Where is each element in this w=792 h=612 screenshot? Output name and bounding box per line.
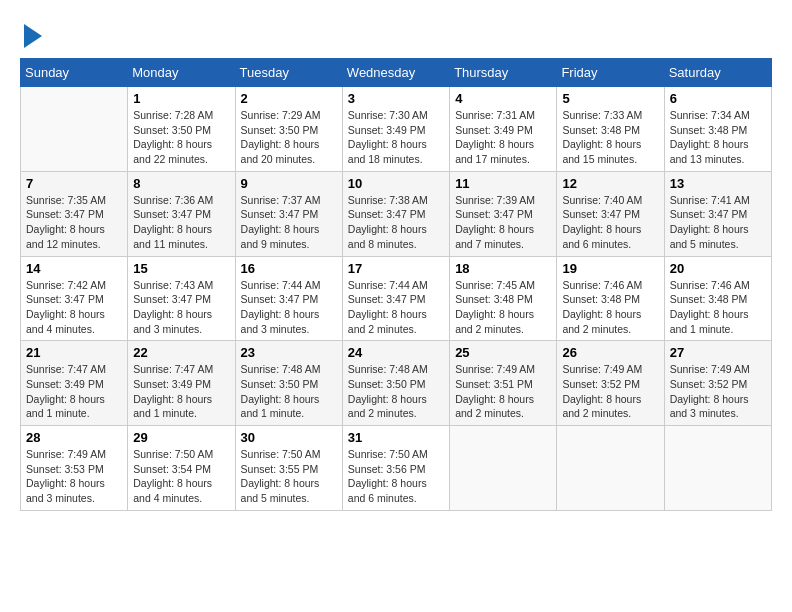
day-number: 19: [562, 261, 658, 276]
calendar-week-row: 1Sunrise: 7:28 AM Sunset: 3:50 PM Daylig…: [21, 87, 772, 172]
calendar-week-row: 7Sunrise: 7:35 AM Sunset: 3:47 PM Daylig…: [21, 171, 772, 256]
calendar-cell: 8Sunrise: 7:36 AM Sunset: 3:47 PM Daylig…: [128, 171, 235, 256]
calendar-week-row: 21Sunrise: 7:47 AM Sunset: 3:49 PM Dayli…: [21, 341, 772, 426]
day-number: 27: [670, 345, 766, 360]
day-number: 6: [670, 91, 766, 106]
day-info: Sunrise: 7:36 AM Sunset: 3:47 PM Dayligh…: [133, 193, 229, 252]
calendar-cell: [664, 426, 771, 511]
calendar-cell: 27Sunrise: 7:49 AM Sunset: 3:52 PM Dayli…: [664, 341, 771, 426]
day-number: 23: [241, 345, 337, 360]
day-info: Sunrise: 7:49 AM Sunset: 3:52 PM Dayligh…: [670, 362, 766, 421]
day-info: Sunrise: 7:44 AM Sunset: 3:47 PM Dayligh…: [348, 278, 444, 337]
day-info: Sunrise: 7:33 AM Sunset: 3:48 PM Dayligh…: [562, 108, 658, 167]
day-info: Sunrise: 7:48 AM Sunset: 3:50 PM Dayligh…: [241, 362, 337, 421]
calendar-cell: 17Sunrise: 7:44 AM Sunset: 3:47 PM Dayli…: [342, 256, 449, 341]
header-saturday: Saturday: [664, 59, 771, 87]
day-number: 10: [348, 176, 444, 191]
day-number: 26: [562, 345, 658, 360]
calendar-cell: [21, 87, 128, 172]
day-info: Sunrise: 7:48 AM Sunset: 3:50 PM Dayligh…: [348, 362, 444, 421]
day-number: 31: [348, 430, 444, 445]
calendar-cell: 5Sunrise: 7:33 AM Sunset: 3:48 PM Daylig…: [557, 87, 664, 172]
header-thursday: Thursday: [450, 59, 557, 87]
logo: [20, 20, 42, 48]
day-number: 1: [133, 91, 229, 106]
calendar-table: SundayMondayTuesdayWednesdayThursdayFrid…: [20, 58, 772, 511]
day-info: Sunrise: 7:49 AM Sunset: 3:51 PM Dayligh…: [455, 362, 551, 421]
day-number: 5: [562, 91, 658, 106]
day-info: Sunrise: 7:49 AM Sunset: 3:53 PM Dayligh…: [26, 447, 122, 506]
day-info: Sunrise: 7:46 AM Sunset: 3:48 PM Dayligh…: [562, 278, 658, 337]
day-number: 18: [455, 261, 551, 276]
header-friday: Friday: [557, 59, 664, 87]
calendar-cell: 1Sunrise: 7:28 AM Sunset: 3:50 PM Daylig…: [128, 87, 235, 172]
calendar-cell: 13Sunrise: 7:41 AM Sunset: 3:47 PM Dayli…: [664, 171, 771, 256]
day-number: 20: [670, 261, 766, 276]
day-number: 11: [455, 176, 551, 191]
day-info: Sunrise: 7:50 AM Sunset: 3:54 PM Dayligh…: [133, 447, 229, 506]
day-number: 2: [241, 91, 337, 106]
day-number: 12: [562, 176, 658, 191]
logo-arrow-icon: [24, 24, 42, 48]
day-info: Sunrise: 7:49 AM Sunset: 3:52 PM Dayligh…: [562, 362, 658, 421]
day-number: 8: [133, 176, 229, 191]
day-number: 13: [670, 176, 766, 191]
day-info: Sunrise: 7:39 AM Sunset: 3:47 PM Dayligh…: [455, 193, 551, 252]
calendar-cell: 11Sunrise: 7:39 AM Sunset: 3:47 PM Dayli…: [450, 171, 557, 256]
day-info: Sunrise: 7:47 AM Sunset: 3:49 PM Dayligh…: [133, 362, 229, 421]
day-number: 17: [348, 261, 444, 276]
calendar-cell: 4Sunrise: 7:31 AM Sunset: 3:49 PM Daylig…: [450, 87, 557, 172]
day-info: Sunrise: 7:34 AM Sunset: 3:48 PM Dayligh…: [670, 108, 766, 167]
calendar-cell: 12Sunrise: 7:40 AM Sunset: 3:47 PM Dayli…: [557, 171, 664, 256]
day-number: 4: [455, 91, 551, 106]
calendar-cell: 22Sunrise: 7:47 AM Sunset: 3:49 PM Dayli…: [128, 341, 235, 426]
day-info: Sunrise: 7:41 AM Sunset: 3:47 PM Dayligh…: [670, 193, 766, 252]
day-number: 21: [26, 345, 122, 360]
calendar-cell: 19Sunrise: 7:46 AM Sunset: 3:48 PM Dayli…: [557, 256, 664, 341]
day-info: Sunrise: 7:50 AM Sunset: 3:56 PM Dayligh…: [348, 447, 444, 506]
day-number: 22: [133, 345, 229, 360]
calendar-cell: 20Sunrise: 7:46 AM Sunset: 3:48 PM Dayli…: [664, 256, 771, 341]
page-header: [20, 20, 772, 48]
day-info: Sunrise: 7:42 AM Sunset: 3:47 PM Dayligh…: [26, 278, 122, 337]
header-tuesday: Tuesday: [235, 59, 342, 87]
calendar-cell: 2Sunrise: 7:29 AM Sunset: 3:50 PM Daylig…: [235, 87, 342, 172]
day-info: Sunrise: 7:35 AM Sunset: 3:47 PM Dayligh…: [26, 193, 122, 252]
day-number: 30: [241, 430, 337, 445]
calendar-cell: 28Sunrise: 7:49 AM Sunset: 3:53 PM Dayli…: [21, 426, 128, 511]
calendar-cell: 15Sunrise: 7:43 AM Sunset: 3:47 PM Dayli…: [128, 256, 235, 341]
calendar-cell: 26Sunrise: 7:49 AM Sunset: 3:52 PM Dayli…: [557, 341, 664, 426]
day-info: Sunrise: 7:50 AM Sunset: 3:55 PM Dayligh…: [241, 447, 337, 506]
day-info: Sunrise: 7:31 AM Sunset: 3:49 PM Dayligh…: [455, 108, 551, 167]
day-number: 25: [455, 345, 551, 360]
calendar-cell: 14Sunrise: 7:42 AM Sunset: 3:47 PM Dayli…: [21, 256, 128, 341]
calendar-header-row: SundayMondayTuesdayWednesdayThursdayFrid…: [21, 59, 772, 87]
calendar-cell: [450, 426, 557, 511]
calendar-cell: 30Sunrise: 7:50 AM Sunset: 3:55 PM Dayli…: [235, 426, 342, 511]
day-info: Sunrise: 7:45 AM Sunset: 3:48 PM Dayligh…: [455, 278, 551, 337]
calendar-cell: 18Sunrise: 7:45 AM Sunset: 3:48 PM Dayli…: [450, 256, 557, 341]
calendar-cell: 16Sunrise: 7:44 AM Sunset: 3:47 PM Dayli…: [235, 256, 342, 341]
calendar-cell: 29Sunrise: 7:50 AM Sunset: 3:54 PM Dayli…: [128, 426, 235, 511]
calendar-cell: [557, 426, 664, 511]
calendar-cell: 9Sunrise: 7:37 AM Sunset: 3:47 PM Daylig…: [235, 171, 342, 256]
calendar-week-row: 14Sunrise: 7:42 AM Sunset: 3:47 PM Dayli…: [21, 256, 772, 341]
day-info: Sunrise: 7:38 AM Sunset: 3:47 PM Dayligh…: [348, 193, 444, 252]
calendar-cell: 10Sunrise: 7:38 AM Sunset: 3:47 PM Dayli…: [342, 171, 449, 256]
day-info: Sunrise: 7:28 AM Sunset: 3:50 PM Dayligh…: [133, 108, 229, 167]
day-info: Sunrise: 7:43 AM Sunset: 3:47 PM Dayligh…: [133, 278, 229, 337]
day-info: Sunrise: 7:30 AM Sunset: 3:49 PM Dayligh…: [348, 108, 444, 167]
calendar-cell: 23Sunrise: 7:48 AM Sunset: 3:50 PM Dayli…: [235, 341, 342, 426]
day-info: Sunrise: 7:40 AM Sunset: 3:47 PM Dayligh…: [562, 193, 658, 252]
calendar-cell: 6Sunrise: 7:34 AM Sunset: 3:48 PM Daylig…: [664, 87, 771, 172]
day-info: Sunrise: 7:44 AM Sunset: 3:47 PM Dayligh…: [241, 278, 337, 337]
calendar-cell: 25Sunrise: 7:49 AM Sunset: 3:51 PM Dayli…: [450, 341, 557, 426]
day-number: 15: [133, 261, 229, 276]
day-number: 28: [26, 430, 122, 445]
calendar-cell: 7Sunrise: 7:35 AM Sunset: 3:47 PM Daylig…: [21, 171, 128, 256]
day-info: Sunrise: 7:47 AM Sunset: 3:49 PM Dayligh…: [26, 362, 122, 421]
calendar-cell: 21Sunrise: 7:47 AM Sunset: 3:49 PM Dayli…: [21, 341, 128, 426]
day-number: 3: [348, 91, 444, 106]
day-number: 29: [133, 430, 229, 445]
day-number: 16: [241, 261, 337, 276]
